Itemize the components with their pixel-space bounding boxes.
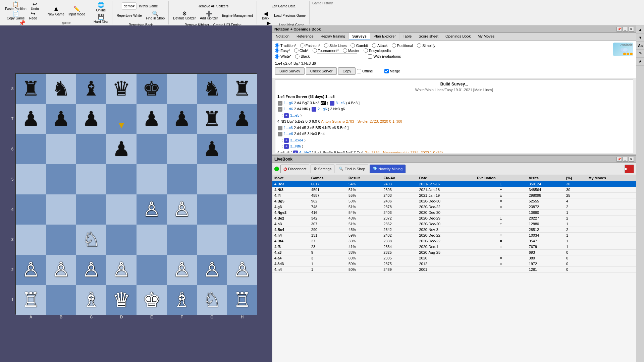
radio-simplify[interactable]: Simplify xyxy=(417,43,435,48)
panel-minimize-btn[interactable]: _ xyxy=(623,27,628,32)
tab-table[interactable]: Table xyxy=(399,33,415,40)
square-a1[interactable]: ♖ xyxy=(16,285,46,315)
square-f4[interactable]: ♙ xyxy=(167,194,197,225)
square-g2[interactable]: ♙ xyxy=(197,255,227,285)
table-row[interactable]: 4.a4 3 83% 2305 2020 = 380 0 xyxy=(272,255,636,261)
square-e7[interactable]: ♟ xyxy=(137,104,167,134)
radio-gambit[interactable]: Gambit xyxy=(351,43,368,48)
square-g3[interactable] xyxy=(197,225,227,255)
undo-btn[interactable]: ↩ Undo xyxy=(29,1,41,11)
in-this-game-btn[interactable]: In this Game xyxy=(137,1,160,11)
square-f5[interactable] xyxy=(167,164,197,194)
engine-management-btn[interactable]: Engine Management xyxy=(220,11,255,20)
back-btn[interactable]: ◀ Back xyxy=(260,11,272,20)
find-in-shop-lb-btn[interactable]: 🔍 Find in Shop xyxy=(336,165,368,173)
square-c3[interactable]: ♘ xyxy=(76,225,106,255)
check-server-btn[interactable]: Check Server xyxy=(306,67,337,75)
livebook-table-container[interactable]: Move Games Result Elo-Av Date Evaluation… xyxy=(272,175,636,362)
col-games[interactable]: Games xyxy=(309,175,346,181)
col-mymoves[interactable]: My Moves xyxy=(586,175,636,181)
square-h1[interactable]: ♖ xyxy=(227,285,257,315)
square-a3[interactable] xyxy=(16,225,46,255)
square-g7[interactable]: ♜ xyxy=(197,104,227,134)
square-c2[interactable]: ♙ xyxy=(76,255,106,285)
tab-reference[interactable]: Reference xyxy=(293,33,317,40)
square-c5[interactable] xyxy=(76,164,106,194)
square-d1[interactable]: ♛ xyxy=(106,285,137,315)
tab-surveys[interactable]: Surveys xyxy=(349,33,370,40)
square-e5[interactable] xyxy=(137,164,167,194)
col-result[interactable]: Result xyxy=(346,175,381,181)
square-b1[interactable] xyxy=(46,285,76,315)
radio-fashion[interactable]: Fashion* xyxy=(300,43,320,48)
table-row[interactable]: 4.8d3 1 50% 2375 2012 = 1972 0 xyxy=(272,261,636,267)
copy-game-btn[interactable]: 📄 Copy Game xyxy=(5,11,26,20)
radio-easy[interactable]: Easy* xyxy=(275,48,290,53)
novelty-mining-btn[interactable]: 💎 Novelty Mining xyxy=(370,165,406,173)
square-b8[interactable]: ♞ xyxy=(46,74,76,104)
livebook-minimize-btn[interactable]: _ xyxy=(623,157,628,162)
square-h7[interactable]: ♟ xyxy=(227,104,257,134)
table-row[interactable]: 4.f4 4587 55% 2403 2021-Jan-19 ± 298098 … xyxy=(272,193,636,198)
livebook-red-btn[interactable]: ▶ xyxy=(625,165,634,173)
remove-all-kibitzers-btn[interactable]: Remove All Kibitzers xyxy=(196,1,230,11)
square-b3[interactable] xyxy=(46,225,76,255)
radio-black[interactable]: Black xyxy=(295,54,310,59)
square-d6[interactable]: ♟ xyxy=(106,134,137,164)
table-row[interactable]: 4.h3 307 51% 2362 2020-Dec-20 ± 12880 1 xyxy=(272,221,636,227)
radio-white[interactable]: White* xyxy=(275,54,291,59)
square-g5[interactable] xyxy=(197,164,227,194)
square-b6[interactable] xyxy=(46,134,76,164)
square-a6[interactable] xyxy=(16,134,46,164)
square-f7[interactable]: ♟ xyxy=(167,104,197,134)
square-e4[interactable]: ♙ xyxy=(137,194,167,225)
square-h5[interactable] xyxy=(227,164,257,194)
merge-checkbox[interactable]: Merge xyxy=(384,69,400,73)
square-c1[interactable]: ♗ xyxy=(76,285,106,315)
radio-attack[interactable]: Attack xyxy=(372,43,388,48)
radio-club[interactable]: Club* xyxy=(294,48,309,53)
square-f1[interactable]: ♗ xyxy=(167,285,197,315)
table-row[interactable]: 4.n4 1 50% 2489 2001 = 1281 0 xyxy=(272,267,636,273)
edge-scroll-down[interactable]: ▼ xyxy=(636,34,644,42)
online-btn[interactable]: 🌐 Online xyxy=(95,1,108,13)
square-e3[interactable] xyxy=(137,225,167,255)
square-h8[interactable]: ♜ xyxy=(227,74,257,104)
square-d2[interactable]: ♙ xyxy=(106,255,137,285)
square-g1[interactable]: ♘ xyxy=(197,285,227,315)
hard-disk-btn[interactable]: 💾 Hard Disk xyxy=(92,13,110,25)
square-a8[interactable]: ♜ xyxy=(16,74,46,104)
square-a2[interactable]: ♙ xyxy=(16,255,46,285)
redo-btn[interactable]: ↪ Redo xyxy=(27,11,39,20)
input-mode-btn[interactable]: ✏️ Input mode xyxy=(67,1,87,21)
square-d5[interactable] xyxy=(106,164,137,194)
table-row[interactable]: 4.Bf4 27 33% 2338 2020-Dec-22 = 9547 1 xyxy=(272,238,636,244)
square-b7[interactable]: ♟ xyxy=(46,104,76,134)
demo-dropdown[interactable]: demo ▾ xyxy=(122,2,137,10)
col-elo[interactable]: Elo-Av xyxy=(381,175,417,181)
table-row[interactable]: 4.Be2 342 48% 2372 2020-Dec-29 ± 20227 2 xyxy=(272,216,636,221)
edge-edit-btn[interactable]: ✎ xyxy=(636,50,644,58)
build-survey-btn[interactable]: Build Survey xyxy=(275,67,305,75)
tab-my-moves[interactable]: My Moves xyxy=(474,33,498,40)
square-d7[interactable]: ▼ xyxy=(106,104,137,134)
square-a4[interactable] xyxy=(16,194,46,225)
square-h6[interactable] xyxy=(227,134,257,164)
edge-font-btn[interactable]: Aa xyxy=(636,42,644,50)
radio-tournament[interactable]: Tournament* xyxy=(313,48,339,53)
paste-position-btn[interactable]: 📋 Paste Position xyxy=(3,1,28,11)
tab-replay[interactable]: Replay training xyxy=(317,33,349,40)
panel-pin-btn[interactable]: 📌 xyxy=(616,27,622,32)
repertoire-white-btn[interactable]: Repertoire White xyxy=(115,11,144,20)
find-in-shop-toolbar-btn[interactable]: 🔍 Find in Shop xyxy=(144,11,166,20)
add-kibitzer-btn[interactable]: ➕ Add Kibitzer xyxy=(198,11,220,20)
square-e8[interactable]: ♚ xyxy=(137,74,167,104)
table-row[interactable]: 4.a3 9 33% 2325 2020-Aug-25 = 693 0 xyxy=(272,250,636,255)
table-row[interactable]: 4.Bc4 290 45% 2342 2020-Nov-3 = 28512 2 xyxy=(272,227,636,233)
square-g4[interactable] xyxy=(197,194,227,225)
col-date[interactable]: Date xyxy=(417,175,475,181)
table-row[interactable]: 4.Bg5 962 53% 2406 2020-Dec-30 = 52555 4 xyxy=(272,198,636,204)
tab-notation[interactable]: Notation xyxy=(272,33,293,40)
default-kibitzer-btn[interactable]: ⚙ Default Kibitzer xyxy=(171,11,198,20)
edge-star-btn[interactable]: ★ xyxy=(636,58,644,66)
